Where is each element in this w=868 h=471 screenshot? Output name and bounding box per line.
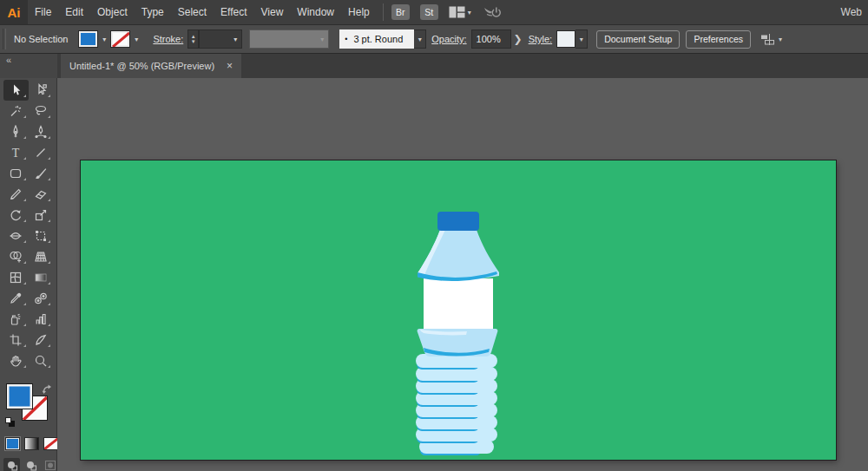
tool-shape-builder[interactable]: [3, 246, 29, 267]
fill-color-chevron[interactable]: ▾: [98, 36, 110, 43]
gradient-tool-icon: [34, 271, 48, 285]
illustrator-logo[interactable]: Ai: [0, 0, 28, 24]
opacity-input[interactable]: 100%: [471, 29, 511, 49]
width-profile-select[interactable]: ▾: [249, 29, 329, 49]
arrange-documents-chevron[interactable]: ▾: [468, 9, 471, 16]
none-mode-button[interactable]: [43, 437, 58, 450]
pen-icon: [9, 125, 23, 139]
document-setup-button[interactable]: Document Setup: [596, 30, 680, 49]
menu-view[interactable]: View: [254, 0, 291, 24]
tool-free-transform[interactable]: [29, 226, 54, 246]
draw-behind-mode[interactable]: [23, 458, 39, 471]
fill-color-swatch[interactable]: [78, 30, 98, 48]
tool-hand[interactable]: [3, 350, 29, 371]
none-slash-icon: [111, 31, 129, 47]
tool-eraser[interactable]: [29, 184, 54, 205]
fill-stroke-controls: [0, 383, 57, 471]
tool-eyedropper[interactable]: [3, 288, 29, 309]
curvature-tool-icon: [34, 125, 48, 139]
style-chevron[interactable]: ▾: [575, 29, 588, 49]
menu-object[interactable]: Object: [90, 0, 135, 24]
align-chevron[interactable]: ▾: [779, 36, 782, 43]
tool-line-segment[interactable]: [29, 142, 54, 163]
opacity-panel-arrow[interactable]: ❯: [514, 33, 523, 45]
style-label[interactable]: Style:: [529, 34, 553, 44]
eyedropper-icon: [9, 291, 23, 305]
menu-type[interactable]: Type: [135, 0, 171, 24]
brush-definition-chevron[interactable]: ▾: [414, 29, 426, 49]
shape-builder-icon: [9, 250, 23, 264]
tool-rectangle[interactable]: [3, 163, 29, 184]
tool-gradient[interactable]: [29, 267, 54, 288]
swap-fill-stroke-icon[interactable]: [42, 384, 53, 395]
tool-blend[interactable]: [29, 288, 54, 309]
stroke-color-swatch[interactable]: [110, 30, 130, 48]
menu-help[interactable]: Help: [341, 0, 377, 24]
tool-curvature[interactable]: [29, 121, 54, 142]
menu-window[interactable]: Window: [290, 0, 341, 24]
draw-normal-mode[interactable]: [3, 458, 20, 471]
tool-pen[interactable]: [3, 121, 29, 142]
tool-scale[interactable]: [29, 205, 54, 226]
tool-rotate[interactable]: [3, 205, 29, 226]
stock-button[interactable]: St: [420, 4, 438, 20]
align-icon[interactable]: [760, 33, 775, 46]
artboard[interactable]: [81, 160, 836, 460]
eraser-icon: [34, 187, 48, 201]
panel-grip[interactable]: [3, 29, 6, 49]
stroke-label[interactable]: Stroke:: [153, 34, 183, 44]
document-tab-title: Untitled-1* @ 50% (RGB/Preview): [69, 61, 214, 71]
menu-edit[interactable]: Edit: [58, 0, 90, 24]
width-tool-icon: [9, 229, 23, 243]
workspace-switcher[interactable]: Web: [841, 6, 862, 18]
color-mode-button[interactable]: [5, 437, 20, 450]
gpu-performance-icon[interactable]: [483, 5, 502, 19]
no-selection-label: No Selection: [14, 34, 68, 44]
tool-symbol-sprayer[interactable]: [3, 309, 29, 330]
direct-selection-tool-icon: [34, 83, 48, 97]
arrange-documents-icon[interactable]: [449, 6, 465, 18]
tool-magic-wand[interactable]: [3, 101, 29, 121]
canvas-pasteboard[interactable]: [57, 78, 868, 471]
document-tab[interactable]: Untitled-1* @ 50% (RGB/Preview) ×: [61, 54, 241, 78]
default-fill-stroke-icon[interactable]: [5, 417, 16, 428]
menubar-separator: [383, 3, 384, 21]
brush-definition-select[interactable]: •3 pt. Round: [339, 29, 414, 49]
menu-effect[interactable]: Effect: [214, 0, 253, 24]
menu-bar: Ai File Edit Object Type Select Effect V…: [0, 0, 868, 24]
tool-shaper[interactable]: [3, 184, 29, 205]
stroke-weight-stepper[interactable]: ▲▼: [187, 29, 199, 49]
menu-file[interactable]: File: [28, 0, 58, 24]
tools-panel: T: [0, 78, 57, 471]
tool-artboard[interactable]: [3, 330, 29, 350]
tool-paintbrush[interactable]: [29, 163, 54, 184]
stroke-weight-select[interactable]: ▾: [199, 29, 242, 49]
stroke-color-chevron[interactable]: ▾: [130, 36, 142, 43]
preferences-button[interactable]: Preferences: [686, 30, 751, 49]
tab-close-icon[interactable]: ×: [227, 60, 233, 72]
symbol-sprayer-icon: [9, 312, 23, 326]
rectangle-tool-icon: [9, 167, 23, 180]
blend-tool-icon: [34, 291, 48, 305]
control-bar: No Selection ▾ ▾ Stroke: ▲▼ ▾ ▾ •3 pt. R…: [0, 24, 868, 54]
tool-width[interactable]: [3, 226, 29, 246]
tool-direct-selection[interactable]: [29, 80, 54, 101]
tool-zoom[interactable]: [29, 350, 54, 371]
fill-proxy[interactable]: [6, 383, 33, 409]
style-swatch[interactable]: [556, 30, 575, 48]
menu-select[interactable]: Select: [171, 0, 214, 24]
tool-type[interactable]: T: [3, 142, 29, 163]
opacity-label[interactable]: Opacity:: [431, 34, 466, 44]
tool-perspective-grid[interactable]: [29, 246, 54, 267]
bridge-button[interactable]: Br: [391, 4, 410, 20]
paintbrush-icon: [34, 167, 48, 180]
tool-mesh[interactable]: [3, 267, 29, 288]
draw-inside-mode[interactable]: [42, 458, 58, 471]
tool-selection[interactable]: [3, 80, 29, 101]
tool-column-graph[interactable]: [29, 309, 54, 330]
panel-collapse-button[interactable]: «: [0, 54, 57, 78]
tab-bar: « Untitled-1* @ 50% (RGB/Preview) ×: [0, 54, 868, 78]
tool-lasso[interactable]: [29, 101, 54, 121]
gradient-mode-button[interactable]: [24, 437, 39, 450]
tool-slice[interactable]: [29, 330, 54, 350]
